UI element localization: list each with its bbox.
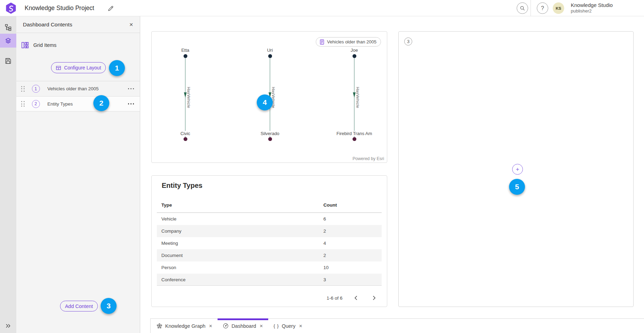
expand-rail-chevrons-icon[interactable] xyxy=(0,320,16,331)
grid-items-section: Grid Items xyxy=(16,33,140,49)
knowledge-graph-icon xyxy=(156,323,162,329)
filter-chip[interactable]: Vehicles older than 2005 xyxy=(316,37,381,47)
tab-knowledge-graph[interactable]: Knowledge Graph ✕ xyxy=(151,319,218,333)
table-row: Meeting 4 xyxy=(157,237,382,249)
column-header-type: Type xyxy=(157,202,323,208)
tab-label: Query xyxy=(282,323,296,329)
table-row: Document 2 xyxy=(157,249,382,261)
widget-doc-icon xyxy=(319,39,325,45)
callout-badge-2: 2 xyxy=(93,95,109,111)
graph-edge-column: Joe HasVehicle Firebird Trans Am xyxy=(325,32,384,163)
chevron-left-icon[interactable] xyxy=(351,293,361,302)
drag-handle-icon[interactable] xyxy=(21,86,25,92)
graph-edge-label: HasVehicle xyxy=(356,87,360,108)
help-icon[interactable]: ? xyxy=(537,2,548,14)
page-title: Knowledge Studio Project xyxy=(25,0,94,16)
filter-chip-label: Vehicles older than 2005 xyxy=(327,39,376,44)
braces-icon: { } xyxy=(273,323,279,328)
tab-query[interactable]: { } Query ✕ xyxy=(268,319,307,333)
grid-items-icon xyxy=(21,41,29,49)
graph-node-label: Silverado xyxy=(240,131,299,136)
list-item[interactable]: 1 Vehicles older than 2005 xyxy=(16,81,140,96)
graph-edge-column: Etta HasVehicle Civic xyxy=(156,32,215,163)
esri-attribution: Powered by Esri xyxy=(353,156,384,161)
slot-number-badge: 3 xyxy=(404,38,412,45)
edit-title-pencil-icon[interactable] xyxy=(106,4,115,13)
layout-icon xyxy=(56,65,61,70)
table-pagination: 1-6 of 6 xyxy=(327,293,379,302)
user-info: Knowledge Studio publisher2 xyxy=(571,2,613,14)
search-icon[interactable] xyxy=(517,2,528,14)
add-content-button[interactable]: Add Content xyxy=(60,301,98,311)
table-row: Person 10 xyxy=(157,261,382,274)
dashboard-gauge-icon xyxy=(223,323,229,329)
graph-edge-arrow-icon xyxy=(184,92,187,98)
empty-grid-slot: 3 + xyxy=(398,31,634,307)
graph-node-label: Firebird Trans Am xyxy=(325,131,384,136)
grid-item-list: 1 Vehicles older than 2005 2 Entity Type… xyxy=(16,81,140,111)
grid-items-label: Grid Items xyxy=(33,42,57,48)
graph-edge-line xyxy=(185,58,186,137)
table-row: Conference 3 xyxy=(157,274,382,286)
add-widget-plus-icon[interactable]: + xyxy=(512,164,523,175)
item-label: Vehicles older than 2005 xyxy=(48,86,128,91)
data-model-icon[interactable] xyxy=(0,20,16,34)
save-icon[interactable] xyxy=(0,54,16,68)
user-name: Knowledge Studio xyxy=(571,2,613,8)
table-row: Company 2 xyxy=(157,225,382,237)
tab-dashboard[interactable]: Dashboard ✕ xyxy=(218,319,268,333)
list-item[interactable]: 2 Entity Types xyxy=(16,96,140,111)
callout-badge-4: 4 xyxy=(257,94,273,110)
tab-label: Dashboard xyxy=(231,323,256,329)
close-tab-icon[interactable]: ✕ xyxy=(260,324,263,328)
graph-edge-arrow-icon xyxy=(353,92,356,98)
entity-types-widget: Entity Types Type Count Vehicle 6 Compan… xyxy=(151,175,387,307)
drag-handle-icon[interactable] xyxy=(21,101,25,107)
avatar[interactable]: KS xyxy=(553,2,564,14)
item-label: Entity Types xyxy=(48,101,128,107)
tab-label: Knowledge Graph xyxy=(165,323,205,329)
dashboard-canvas: Vehicles older than 2005 Etta HasVehicle… xyxy=(141,16,644,333)
close-icon[interactable]: ✕ xyxy=(127,20,136,29)
view-tab-bar: Knowledge Graph ✕ Dashboard ✕ { } Query … xyxy=(150,318,644,333)
left-icon-rail xyxy=(0,16,16,333)
configure-layout-label: Configure Layout xyxy=(64,65,101,70)
graph-node-label: Joe xyxy=(325,48,384,53)
configure-layout-button[interactable]: Configure Layout xyxy=(51,62,106,73)
ellipsis-menu-icon[interactable] xyxy=(128,86,134,92)
table-row: Vehicle 6 xyxy=(157,213,382,225)
knowledge-studio-logo-icon xyxy=(5,2,17,14)
item-number-badge: 2 xyxy=(32,100,40,108)
user-role: publisher2 xyxy=(571,8,613,14)
app-header: Knowledge Studio Project ? KS Knowledge … xyxy=(0,0,644,16)
callout-badge-5: 5 xyxy=(509,179,525,195)
chevron-right-icon[interactable] xyxy=(370,293,379,302)
panel-title: Dashboard Contents xyxy=(23,22,127,28)
graph-node-vehicle xyxy=(353,137,356,141)
widget-title: Entity Types xyxy=(162,182,202,190)
graph-node-person xyxy=(184,54,187,58)
graph-node-person xyxy=(268,54,272,58)
item-number-badge: 1 xyxy=(32,85,40,93)
callout-badge-3: 3 xyxy=(101,298,117,314)
graph-edge-line xyxy=(354,58,355,137)
header-divider xyxy=(531,0,531,16)
close-tab-icon[interactable]: ✕ xyxy=(209,324,212,328)
graph-node-vehicle xyxy=(268,137,272,141)
graph-edge-label: HasVehicle xyxy=(187,87,191,108)
graph-node-person xyxy=(353,54,356,58)
callout-badge-1: 1 xyxy=(109,60,125,76)
column-header-count: Count xyxy=(323,202,382,208)
layers-icon[interactable] xyxy=(0,34,16,48)
entity-types-table: Type Count Vehicle 6 Company 2 Meeting 4… xyxy=(157,197,382,286)
pagination-range: 1-6 of 6 xyxy=(327,295,342,301)
ellipsis-menu-icon[interactable] xyxy=(128,101,134,107)
graph-node-label: Etta xyxy=(156,48,215,53)
panel-header: Dashboard Contents ✕ xyxy=(16,16,140,33)
graph-node-label: Civic xyxy=(156,131,215,136)
table-header-row: Type Count xyxy=(157,197,382,213)
close-tab-icon[interactable]: ✕ xyxy=(299,324,302,328)
graph-node-label: Uri xyxy=(240,48,299,53)
graph-node-vehicle xyxy=(184,137,187,141)
